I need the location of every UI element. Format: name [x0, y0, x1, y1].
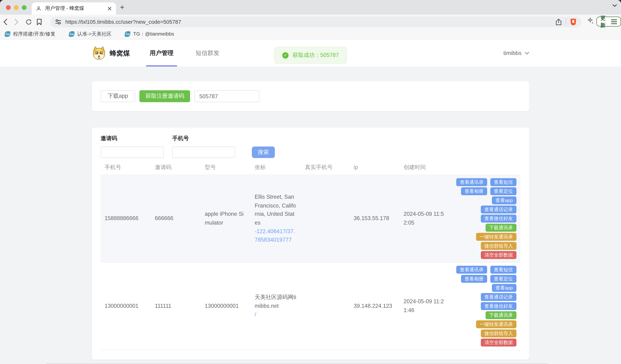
forward-contacts-button[interactable]: 一键转发通讯录	[476, 233, 517, 241]
table-row: 15888886666 666666 apple iPhone Simulato…	[101, 175, 520, 262]
search-filters: 邀请码 手机号 搜索	[101, 135, 520, 158]
chevron-down-icon	[525, 52, 529, 54]
download-contacts-button[interactable]: 下载通讯录	[485, 311, 517, 319]
view-sms-button[interactable]: 查看短信	[490, 178, 517, 186]
bookmarks-bar: Tm 程序搭建/开发/修复 Tm 认准->天美社区 Tm TG：@tianmei…	[0, 29, 621, 40]
success-check-icon: ✓	[282, 52, 289, 58]
cell-actions: 查看通讯录 查看短信 查看相册 查看定位 查看app 查看通话记录 查看微信好友…	[449, 266, 520, 347]
wechat-group-import-button[interactable]: 微信群组导入	[481, 242, 517, 250]
toast-message: 获取成功：505787	[293, 52, 339, 59]
brand-title: 蜂窝煤	[110, 49, 130, 58]
tab-favicon-person-icon	[35, 6, 41, 12]
col-invite-code: 邀请码	[151, 164, 201, 171]
menu-hamburger-icon	[611, 19, 617, 24]
phone-filter-label: 手机号	[172, 135, 235, 142]
invite-code-filter-label: 邀请码	[101, 135, 164, 142]
clear-all-data-button[interactable]: 清空全部数据	[481, 251, 517, 259]
download-contacts-button[interactable]: 下载通讯录	[485, 224, 517, 232]
divider	[566, 19, 566, 25]
cell-created-at: 2024-05-09 11:52:05	[400, 210, 449, 227]
cell-coordinates: Ellis Street, San Francisco, California,…	[251, 193, 301, 244]
leo-sparkle-icon[interactable]	[587, 17, 594, 25]
user-table-card: 邀请码 手机号 搜索 手机号 邀请码 型号 坐标 真实手机号 ip 创建时间	[92, 128, 529, 360]
view-photos-button[interactable]: 查看相册	[461, 187, 487, 195]
cell-coordinates: 天美社区源码网timibbs.net /	[251, 293, 301, 319]
tune-icon[interactable]	[55, 19, 61, 25]
cell-ip: 39.148.224.123	[350, 302, 400, 311]
minimize-window-button[interactable]	[14, 5, 18, 10]
invite-code-filter-input[interactable]	[101, 147, 164, 158]
doge-logo	[92, 46, 106, 60]
view-sms-button[interactable]: 查看短信	[490, 266, 517, 274]
view-wechat-friends-button[interactable]: 查看微信好友	[481, 215, 517, 223]
coordinates-link[interactable]: /	[255, 311, 256, 319]
view-app-button[interactable]: 查看app	[492, 196, 517, 204]
clear-all-data-button[interactable]: 清空全部数据	[481, 339, 517, 347]
table-header-row: 手机号 邀请码 型号 坐标 真实手机号 ip 创建时间	[101, 160, 520, 175]
address-text: Ellis Street, San Francisco, California,…	[255, 194, 296, 226]
browser-update-button[interactable]: 更新	[596, 17, 621, 27]
address-text: 天美社区源码网timibbs.net	[255, 294, 296, 309]
col-actions	[449, 164, 520, 171]
view-wechat-friends-button[interactable]: 查看微信好友	[481, 302, 517, 310]
invite-code-card: 下载app 获取注册邀请码	[92, 81, 529, 111]
nav-tab-sms-broadcast[interactable]: 短信群发	[193, 39, 222, 67]
search-button[interactable]: 搜索	[252, 147, 275, 158]
tm-favicon: Tm	[5, 31, 10, 37]
tm-favicon: Tm	[125, 31, 130, 37]
view-call-log-button[interactable]: 查看通话记录	[481, 206, 517, 213]
forward-contacts-button[interactable]: 一键转发通讯录	[476, 320, 517, 328]
back-icon[interactable]	[3, 18, 11, 25]
update-label: 更新	[600, 14, 609, 29]
view-location-button[interactable]: 查看定位	[490, 187, 517, 195]
download-app-button[interactable]: 下载app	[101, 90, 135, 102]
view-contacts-button[interactable]: 查看通讯录	[456, 266, 487, 274]
forward-icon[interactable]	[14, 18, 22, 25]
col-phone: 手机号	[101, 164, 151, 171]
reload-icon[interactable]	[25, 18, 33, 25]
col-real-phone: 真实手机号	[301, 164, 350, 171]
view-app-button[interactable]: 查看app	[492, 284, 517, 292]
success-toast: ✓ 获取成功：505787	[274, 47, 347, 64]
cell-actions: 查看通讯录 查看短信 查看相册 查看定位 查看app 查看通话记录 查看微信好友…	[449, 178, 520, 259]
close-window-button[interactable]	[6, 5, 11, 10]
browser-toolbar: https://txl105.timibbs.cc/user?new_code=…	[0, 15, 621, 29]
users-table: 手机号 邀请码 型号 坐标 真实手机号 ip 创建时间 15888886666 …	[101, 160, 520, 350]
coordinates-link[interactable]: -122.406417/37.785834019777	[255, 227, 297, 244]
url-bar[interactable]: https://txl105.timibbs.cc/user?new_code=…	[50, 16, 582, 27]
bookmark-item[interactable]: Tm 程序搭建/开发/修复	[5, 31, 55, 37]
bookmark-icon[interactable]	[36, 18, 44, 25]
view-location-button[interactable]: 查看定位	[490, 275, 517, 283]
invite-code-value-input[interactable]	[195, 90, 259, 102]
wechat-group-import-button[interactable]: 微信群组导入	[481, 329, 517, 337]
cell-created-at: 2024-05-09 11:21:46	[400, 297, 449, 315]
bookmark-item[interactable]: Tm TG：@tianmeibbs	[125, 31, 174, 37]
phone-filter-input[interactable]	[172, 147, 235, 158]
cell-invite-code: 111111	[151, 302, 201, 311]
view-contacts-button[interactable]: 查看通讯录	[456, 178, 487, 186]
account-dropdown[interactable]: timibbs	[503, 50, 529, 56]
tm-favicon: Tm	[69, 31, 74, 37]
view-call-log-button[interactable]: 查看通话记录	[481, 293, 517, 301]
browser-tab[interactable]: 用户管理 - 蜂窝煤 ✕	[32, 2, 116, 15]
view-photos-button[interactable]: 查看相册	[461, 275, 487, 283]
share-icon[interactable]	[556, 18, 562, 25]
cell-ip: 36.153.55.178	[350, 214, 400, 223]
nav-tab-user-management[interactable]: 用户管理	[147, 39, 176, 67]
traffic-lights	[6, 5, 27, 10]
bookmark-item[interactable]: Tm 认准->天美社区	[69, 31, 111, 37]
url-text[interactable]: https://txl105.timibbs.cc/user?new_code=…	[65, 19, 556, 25]
cell-model: 13000000001	[201, 302, 251, 311]
cell-model: apple iPhone Simulator	[201, 210, 251, 227]
new-tab-button[interactable]: +	[120, 3, 124, 12]
account-name: timibbs	[503, 50, 522, 56]
site-header: 蜂窝煤 用户管理 短信群发 ✓ 获取成功：505787 timibbs	[0, 39, 621, 67]
browser-window: 用户管理 - 蜂窝煤 ✕ + https://txl105.timibbs.cc…	[0, 0, 621, 364]
tab-close-icon[interactable]: ✕	[107, 6, 112, 12]
brave-shield-icon[interactable]	[570, 18, 577, 26]
zoom-window-button[interactable]	[22, 5, 26, 10]
cell-phone: 15888886666	[101, 214, 151, 223]
tab-strip: 用户管理 - 蜂窝煤 ✕ +	[0, 0, 621, 15]
get-invite-code-button[interactable]: 获取注册邀请码	[140, 90, 190, 102]
tab-strip-chevron-icon[interactable]	[612, 4, 617, 7]
